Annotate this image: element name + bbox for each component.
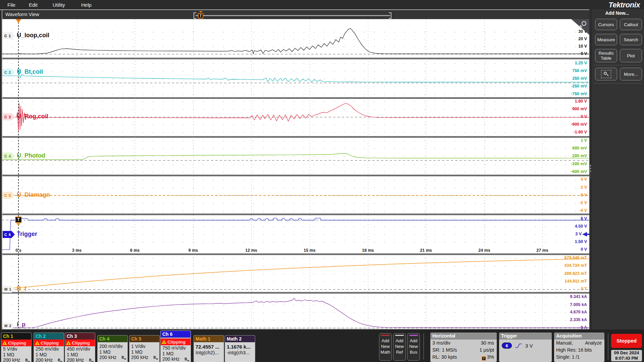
ch4-bandwidth: 200 kHz Bw (98, 355, 127, 360)
c6-scale-label: 4.50 V (575, 224, 587, 229)
ch5-impedance: 1 MΩ (129, 349, 159, 355)
add-new-bus-button[interactable]: Add New Bus (407, 333, 420, 361)
ref-color-stripe (395, 335, 404, 336)
ch2-scale: 250 mV/div (34, 346, 64, 352)
menu-help[interactable]: Help (81, 2, 92, 8)
c5-scale-label: 2 V (581, 185, 587, 190)
math-color-stripe (381, 335, 390, 336)
c3-scale-label: -1.80 V (574, 130, 587, 135)
math2-value: 1.1676 k... (225, 344, 255, 350)
m1-scale-label: 579.646 mT (565, 255, 587, 260)
minimap-right-bracket[interactable] (389, 12, 391, 19)
add-new-math-button[interactable]: Add New Math (379, 333, 392, 361)
magnifier-icon (582, 21, 586, 26)
math1-expression: Intg(ch2)... (194, 350, 224, 356)
minimap-track (196, 15, 390, 16)
c5-scale-label: 0 V (581, 193, 587, 198)
c1-scale-label: 20 V (578, 37, 587, 42)
minimap-left-bracket[interactable] (194, 12, 196, 19)
trigger-level-arrow-icon[interactable] (582, 232, 587, 237)
trigger-panel-title: Trigger (499, 333, 552, 340)
c3-scale-label: -900 mV (571, 122, 587, 127)
c6-scale-label: 1.50 V (575, 239, 587, 244)
add-new-label: Add New... (592, 10, 642, 16)
horizontal-panel[interactable]: Horizontal 3 ms/div30 ms SR: 1 MS/s1 µs/… (430, 333, 497, 362)
ch1-card[interactable]: Ch 1 ! Clipping 5 V/div 1 MΩ 200 kHz Bw (1, 333, 32, 362)
plot-button[interactable]: Plot (620, 49, 642, 62)
sidebar-divider (594, 65, 641, 65)
run-stop-status-button[interactable]: Stopped (611, 334, 642, 348)
ch2-bandwidth: 200 kHz Bw (34, 357, 64, 362)
ch6-clipping-warning: ! Clipping (161, 339, 191, 345)
cursors-button[interactable]: Cursors (595, 19, 617, 30)
horizontal-scale: 3 ms/div (432, 340, 450, 347)
ch3-card[interactable]: Ch 3 ! Clipping 450 mV/div 1 MΩ 200 kHz … (65, 333, 95, 362)
waveform-view-tab[interactable]: Waveform View (5, 12, 39, 17)
channel-name-c4[interactable]: U_Photod (17, 152, 45, 159)
channel-name-m1[interactable]: B_t (17, 285, 26, 292)
math1-card[interactable]: Math 1 72.4557 ... Intg(ch2)... (194, 335, 224, 362)
trigger-panel[interactable]: Trigger 6 3 V (499, 333, 552, 362)
ch6-bandwidth: 200 kHz Bw (161, 356, 191, 362)
measure-button[interactable]: Measure (595, 34, 617, 45)
channel-name-c5[interactable]: U_Diamagn (17, 191, 50, 198)
acq-analyze: Analyze (585, 340, 602, 347)
trace-c4 (2, 154, 589, 160)
ch1-card-title: Ch 1 (1, 333, 31, 340)
menu-utility[interactable]: Utility (53, 2, 65, 8)
menu-file[interactable]: File (7, 2, 15, 8)
trigger-source-marker-icon[interactable]: T (15, 217, 22, 223)
warning-icon: ! (35, 341, 40, 345)
add-new-ref-button[interactable]: Add New Ref (393, 333, 406, 361)
ch5-card[interactable]: Ch 5 1 V/div 1 MΩ 200 kHz Bw (129, 335, 160, 362)
acquisition-panel[interactable]: Acquisition Manual,Analyze High Res: 16 … (554, 333, 604, 362)
more-button[interactable]: More... (620, 68, 642, 80)
c6-scale-label: 3 V (575, 232, 582, 237)
trigger-position-arrow-icon[interactable] (16, 19, 21, 23)
date-label: 09 Dec 2024 (611, 350, 642, 356)
horizontal-window: 30 ms (481, 340, 494, 347)
callout-button[interactable]: Callout (620, 19, 642, 30)
m2-scale-label: 2.335 kA (570, 317, 587, 322)
m2-scale-label: 9.341 kA (570, 294, 587, 299)
c5-scale-label: 4 V (581, 177, 587, 182)
results-table-button[interactable]: Results Table (595, 49, 617, 62)
ch6-card-selected[interactable]: Ch 6 ! Clipping 750 mV/div 1 MΩ 200 kHz … (160, 330, 191, 362)
trigger-source-badge: 6 (502, 343, 512, 349)
ch4-card[interactable]: Ch 4 200 mV/div 1 MΩ 200 kHz Bw (97, 335, 128, 362)
c3-scale-label: 1.80 V (575, 99, 587, 104)
channel-name-c2[interactable]: U_Bt,coil (17, 68, 43, 75)
c1-scale-label: 0 V (581, 51, 587, 56)
time-label: 24 ms (473, 248, 496, 253)
ch2-card[interactable]: Ch 2 ! Clipping 250 mV/div 1 MΩ 200 kHz … (34, 333, 64, 362)
search-button[interactable]: Search (620, 34, 642, 45)
minimap-trigger-icon[interactable]: T (198, 13, 203, 18)
channel-name-m2[interactable]: I_p (17, 321, 25, 328)
c3-scale-label: 0 V (581, 114, 587, 119)
ch5-bandwidth: 200 kHz Bw (129, 355, 159, 360)
trace-m1 (2, 259, 589, 288)
channel-name-c3[interactable]: U_Rog,coil (17, 113, 48, 120)
sample-interval: 1 µs/pt (479, 347, 494, 354)
m2-scale-label: 7.005 kA (570, 302, 587, 307)
bus-color-stripe (409, 335, 418, 336)
c4-scale-label: 600 mV (572, 146, 587, 151)
tektronix-logo: Tektronix (608, 1, 640, 9)
bottom-bar-divider (423, 334, 424, 360)
ch1-impedance: 1 MΩ (1, 352, 31, 358)
trace-c3 (2, 103, 589, 131)
math2-card[interactable]: Math 2 1.1676 k... -intg(ch3... (225, 335, 255, 362)
ch1-clipping-warning: ! Clipping (1, 340, 31, 346)
trigger-position: T3% (482, 354, 494, 361)
c1-scale-label: 10 V (578, 44, 587, 49)
c2-scale-label: 250 mV (572, 76, 587, 81)
warning-icon: ! (2, 341, 7, 345)
time-label: 0 s (7, 248, 30, 253)
channel-name-c6[interactable]: Trigger (17, 231, 37, 238)
panel-splitter-handle[interactable] (589, 164, 591, 179)
math2-card-title: Math 2 (225, 336, 255, 342)
zoom-select-button[interactable] (595, 68, 617, 80)
menu-edit[interactable]: Edit (29, 2, 38, 8)
channel-name-c1[interactable]: U_loop,coil (17, 32, 49, 39)
trace-c6 (2, 218, 589, 250)
